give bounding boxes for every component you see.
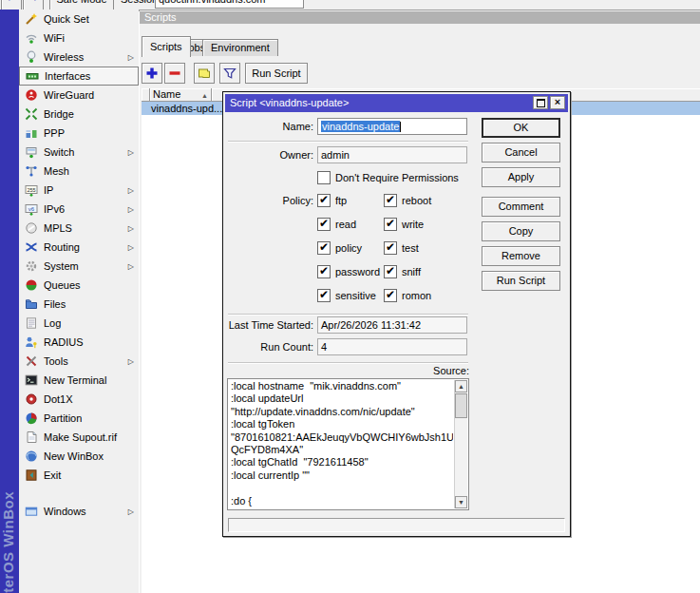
sidebar-item-label: Quick Set bbox=[44, 13, 89, 25]
scrollbar-thumb[interactable] bbox=[455, 393, 467, 418]
checkbox-icon bbox=[384, 218, 397, 231]
cancel-button[interactable]: Cancel bbox=[482, 143, 560, 163]
submenu-arrow-icon: ▷ bbox=[128, 148, 134, 157]
sidebar-menu: Quick SetWiFiWireless▷InterfacesWireGuar… bbox=[19, 10, 140, 593]
sidebar-item-make-supout-rif[interactable]: Make Supout.rif bbox=[19, 428, 139, 447]
sidebar-item-windows[interactable]: Windows▷ bbox=[19, 502, 139, 521]
sidebar-item-quick-set[interactable]: Quick Set bbox=[19, 10, 139, 29]
sidebar-item-switch[interactable]: Switch▷ bbox=[19, 143, 139, 162]
sidebar-item-wireguard[interactable]: WireGuard bbox=[19, 86, 139, 105]
policy-checkbox-write[interactable]: write bbox=[384, 217, 424, 232]
sidebar-item-label: RADIUS bbox=[44, 336, 84, 348]
svg-text:255: 255 bbox=[27, 187, 35, 193]
sidebar-item-files[interactable]: Files bbox=[19, 295, 139, 314]
sidebar-item-label: New Terminal bbox=[44, 374, 106, 386]
source-text[interactable]: :local hostname "mik.vinaddns.com" :loca… bbox=[231, 380, 453, 508]
copy-button[interactable]: Copy bbox=[482, 221, 560, 241]
submenu-arrow-icon: ▷ bbox=[128, 243, 134, 252]
scroll-down-icon[interactable]: ▼ bbox=[455, 496, 467, 508]
sidebar-item-partition[interactable]: Partition bbox=[19, 409, 139, 428]
policy-checkbox-password[interactable]: password bbox=[317, 264, 380, 279]
session-field[interactable]: quoctinh.vinaddns.com bbox=[155, 0, 304, 9]
close-button[interactable]: × bbox=[550, 96, 565, 109]
sidebar-item-ip[interactable]: 255IP▷ bbox=[19, 181, 139, 200]
run-script-toolbar-button[interactable]: Run Script bbox=[245, 63, 308, 84]
separator bbox=[228, 314, 468, 316]
sidebar-item-label: Dot1X bbox=[44, 393, 73, 405]
sidebar-item-mpls[interactable]: MPLS▷ bbox=[19, 219, 139, 238]
sidebar-item-ipv6[interactable]: v6IPv6▷ bbox=[19, 200, 139, 219]
policy-label-reboot: reboot bbox=[402, 195, 431, 206]
policy-checkbox-reboot[interactable]: reboot bbox=[384, 193, 431, 208]
remove-icon bbox=[168, 67, 181, 80]
sidebar-item-dot1x[interactable]: Dot1X bbox=[19, 390, 139, 409]
sidebar-item-wifi[interactable]: WiFi bbox=[19, 29, 139, 48]
last-time-started-field[interactable]: Apr/26/2026 11:31:42 bbox=[317, 316, 467, 334]
owner-field[interactable]: admin bbox=[317, 146, 467, 163]
remove-button[interactable] bbox=[164, 63, 185, 84]
filter-button[interactable] bbox=[219, 63, 240, 84]
last-time-started-label: Last Time Started: bbox=[226, 316, 313, 334]
dialog-body: Name: vinaddns-update Owner: admin Don't… bbox=[226, 113, 567, 533]
undo-icon: ↶ bbox=[7, 0, 16, 6]
policy-checkbox-read[interactable]: read bbox=[317, 217, 356, 232]
submenu-arrow-icon: ▷ bbox=[128, 357, 134, 366]
policy-checkbox-sensitive[interactable]: sensitive bbox=[317, 288, 376, 303]
sidebar-item-label: Partition bbox=[44, 412, 82, 424]
checkbox-icon bbox=[384, 241, 397, 255]
dont-require-permissions-checkbox[interactable]: Don't Require Permissions bbox=[317, 170, 459, 185]
remove-button[interactable]: Remove bbox=[482, 246, 560, 266]
policy-checkbox-sniff[interactable]: sniff bbox=[384, 264, 421, 279]
system-icon bbox=[25, 259, 38, 273]
sidebar-item-tools[interactable]: Tools▷ bbox=[19, 352, 139, 371]
dialog-titlebar[interactable]: Script <vinaddns-update> × bbox=[225, 94, 568, 112]
source-scrollbar[interactable]: ▲ ▼ bbox=[454, 380, 467, 508]
new-terminal-icon bbox=[25, 373, 38, 387]
sidebar-item-routing[interactable]: Routing▷ bbox=[19, 238, 139, 257]
run-script-button[interactable]: Run Script bbox=[482, 271, 560, 291]
sidebar-item-ppp[interactable]: PPP bbox=[19, 124, 139, 143]
dialog-status-bar bbox=[228, 518, 565, 532]
interfaces-icon bbox=[26, 69, 39, 83]
maximize-icon bbox=[537, 99, 545, 107]
sidebar-item-wireless[interactable]: Wireless▷ bbox=[19, 48, 139, 67]
log-icon bbox=[25, 316, 38, 330]
sidebar-item-new-terminal[interactable]: New Terminal bbox=[19, 371, 139, 390]
scroll-up-icon[interactable]: ▲ bbox=[455, 380, 467, 392]
sidebar-item-interfaces[interactable]: Interfaces bbox=[19, 67, 139, 86]
exit-icon bbox=[25, 469, 38, 482]
sidebar-item-label: Queues bbox=[44, 279, 81, 291]
policy-checkbox-test[interactable]: test bbox=[384, 240, 419, 256]
ipv6-icon: v6 bbox=[25, 202, 38, 216]
submenu-arrow-icon: ▷ bbox=[128, 262, 134, 271]
sidebar-item-log[interactable]: Log bbox=[19, 314, 139, 333]
sidebar-item-system[interactable]: System▷ bbox=[19, 257, 139, 276]
policy-checkbox-ftp[interactable]: ftp bbox=[317, 193, 347, 208]
sidebar-item-label: Files bbox=[44, 298, 66, 310]
tab-environment[interactable]: Environment bbox=[202, 39, 278, 56]
sidebar-item-new-winbox[interactable]: New WinBox bbox=[19, 447, 139, 466]
sidebar-item-exit[interactable]: Exit bbox=[19, 466, 139, 485]
sidebar-item-bridge[interactable]: Bridge bbox=[19, 105, 139, 124]
run-count-label: Run Count: bbox=[226, 338, 313, 355]
queues-icon bbox=[25, 278, 38, 292]
policy-label-ftp: ftp bbox=[335, 195, 347, 206]
sidebar-item-mesh[interactable]: Mesh bbox=[19, 162, 139, 181]
policy-checkbox-policy[interactable]: policy bbox=[317, 240, 362, 256]
ok-button[interactable]: OK bbox=[482, 118, 560, 138]
policy-label-read: read bbox=[335, 219, 356, 230]
sidebar-item-queues[interactable]: Queues bbox=[19, 276, 139, 295]
tab-bar: ScriptsJobsEnvironment bbox=[140, 36, 700, 56]
comment-button[interactable]: Comment bbox=[482, 197, 560, 217]
run-count-field[interactable]: 4 bbox=[317, 338, 467, 355]
tab-scripts[interactable]: Scripts bbox=[142, 36, 191, 57]
name-input[interactable]: vinaddns-update bbox=[317, 118, 467, 135]
sidebar-item-radius[interactable]: RADIUS bbox=[19, 333, 139, 352]
copy-button[interactable] bbox=[194, 63, 215, 84]
source-editor[interactable]: :local hostname "mik.vinaddns.com" :loca… bbox=[227, 378, 469, 510]
policy-checkbox-romon[interactable]: romon bbox=[384, 288, 431, 303]
table-header-name[interactable]: Name ▲ bbox=[150, 88, 212, 102]
maximize-button[interactable] bbox=[533, 96, 548, 109]
apply-button[interactable]: Apply bbox=[482, 167, 560, 187]
add-button[interactable] bbox=[142, 63, 162, 84]
